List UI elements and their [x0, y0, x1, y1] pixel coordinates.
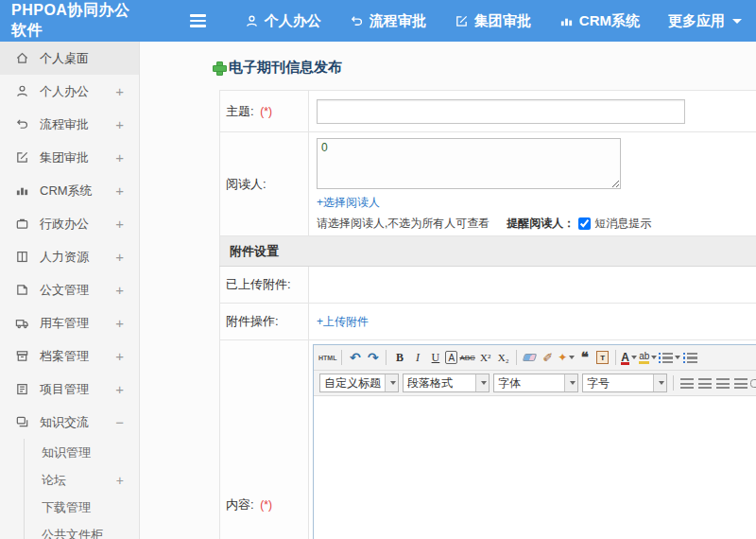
expand-plus-icon[interactable]: +	[115, 315, 124, 331]
superscript-button[interactable]: X²	[477, 348, 493, 367]
sidebar-item-document-management[interactable]: 公文管理 +	[0, 273, 139, 306]
expand-plus-icon[interactable]: +	[115, 282, 124, 298]
sidebar-subitem-download-management[interactable]: 下载管理	[25, 494, 139, 521]
nav-crm-system[interactable]: CRM系统	[559, 12, 640, 30]
font-style-button[interactable]: A	[445, 351, 457, 364]
blockquote-button[interactable]: ❝	[576, 348, 593, 367]
home-icon	[15, 51, 29, 65]
sidebar-item-crm-system[interactable]: CRM系统 +	[0, 174, 139, 207]
collapse-minus-icon[interactable]: −	[115, 414, 124, 430]
strikethrough-button[interactable]: ABC	[459, 348, 475, 367]
subscript-button[interactable]: X₂	[495, 348, 511, 367]
subject-input[interactable]	[317, 99, 685, 124]
sidebar-subitem-knowledge-management[interactable]: 知识管理	[25, 439, 139, 466]
readers-label-cell: 阅读人:	[220, 132, 309, 236]
hamburger-menu-icon[interactable]	[190, 11, 205, 30]
eraser-button[interactable]	[522, 348, 538, 367]
main-content: 电子期刊信息发布 主题: (*) 阅读人: 0 +选择阅读人 请选择阅读人,不选…	[141, 42, 756, 539]
sidebar-item-personal-desktop[interactable]: 个人桌面	[0, 42, 139, 75]
undo-button[interactable]: ↶	[347, 348, 363, 367]
upload-attachment-link[interactable]: +上传附件	[317, 314, 369, 330]
redo-button[interactable]: ↷	[365, 348, 381, 367]
sidebar-item-admin-office[interactable]: 行政办公 +	[0, 207, 139, 240]
paragraph-format-select[interactable]: 段落格式	[403, 374, 490, 392]
bar-chart-icon	[15, 183, 29, 198]
highlight-color-button[interactable]: ab	[639, 348, 657, 367]
user-icon	[15, 84, 29, 98]
nav-label: 集团审批	[474, 12, 531, 30]
sidebar-item-archive-management[interactable]: 档案管理 +	[0, 339, 139, 373]
align-right-button[interactable]	[714, 374, 730, 392]
clipboard-text-icon: T	[596, 351, 609, 364]
attachment-op-label: 附件操作:	[226, 314, 279, 328]
sidebar-subitem-forum[interactable]: 论坛 +	[25, 466, 139, 494]
sms-remind-checkbox[interactable]	[578, 217, 591, 230]
project-board-icon	[15, 382, 29, 396]
unordered-list-button[interactable]	[682, 348, 698, 367]
link-icon	[750, 379, 756, 387]
expand-plus-icon[interactable]: +	[115, 83, 124, 99]
nav-workflow-approval[interactable]: 流程审批	[350, 12, 426, 30]
align-left-button[interactable]	[679, 374, 695, 392]
readers-hint-row: 请选择阅读人,不选为所有人可查看 提醒阅读人： 短消息提示	[317, 216, 756, 232]
bar-chart-icon	[559, 14, 574, 28]
readers-textarea[interactable]: 0	[317, 138, 621, 189]
sidebar-item-group-approval[interactable]: 集团审批 +	[0, 141, 139, 174]
insert-link-button[interactable]	[750, 374, 756, 392]
sidebar-item-label: 项目管理	[40, 381, 89, 398]
expand-plus-icon[interactable]: +	[116, 473, 124, 488]
sidebar-item-label: 个人办公	[40, 83, 89, 100]
sidebar-item-workflow-approval[interactable]: 流程审批 +	[0, 108, 139, 141]
format-brush-button[interactable]: ✐	[540, 348, 556, 367]
align-center-button[interactable]	[696, 374, 713, 392]
auto-format-button[interactable]: ✦	[558, 348, 575, 367]
paste-as-text-button[interactable]: T	[594, 348, 610, 367]
expand-plus-icon[interactable]: +	[115, 149, 124, 165]
editor-toolbar-row-2: 自定义标题 段落格式 字体 字号	[314, 371, 756, 396]
font-family-select[interactable]: 字体	[493, 374, 578, 392]
sidebar-item-label: 知识交流	[40, 414, 89, 431]
align-justify-button[interactable]	[732, 374, 748, 392]
underline-button[interactable]: U	[427, 348, 443, 367]
sidebar-subitem-public-file-cabinet[interactable]: 公共文件柜	[25, 521, 139, 539]
sidebar-subitem-label: 论坛	[42, 472, 66, 489]
content-label: 内容:	[226, 497, 254, 512]
ordered-list-button[interactable]	[659, 348, 680, 367]
expand-plus-icon[interactable]: +	[115, 183, 124, 199]
expand-plus-icon[interactable]: +	[115, 216, 124, 232]
sidebar-item-knowledge-exchange[interactable]: 知识交流 −	[0, 406, 139, 439]
toolbar-separator	[386, 350, 387, 365]
attachment-section-title: 附件设置	[230, 244, 279, 258]
font-color-icon: A	[621, 351, 629, 365]
dropdown-caret-icon	[569, 356, 575, 359]
nav-more-apps[interactable]: 更多应用	[668, 12, 742, 30]
bold-button[interactable]: B	[391, 348, 407, 367]
font-size-select[interactable]: 字号	[582, 374, 667, 392]
expand-plus-icon[interactable]: +	[115, 348, 124, 364]
dropdown-caret-icon	[385, 374, 398, 391]
dropdown-caret-icon	[675, 356, 680, 359]
readers-value-cell: 0 +选择阅读人 请选择阅读人,不选为所有人可查看 提醒阅读人： 短消息提示	[309, 132, 756, 236]
select-label: 自定义标题	[320, 375, 385, 391]
nav-group-approval[interactable]: 集团审批	[455, 12, 531, 30]
editor-content-area[interactable]	[314, 396, 756, 539]
html-source-button[interactable]: HTML	[318, 348, 336, 367]
sidebar-item-label: 流程审批	[40, 116, 89, 133]
sidebar-item-vehicle-management[interactable]: 用车管理 +	[0, 306, 139, 339]
expand-plus-icon[interactable]: +	[115, 381, 124, 397]
sidebar-item-personal-office[interactable]: 个人办公 +	[0, 75, 139, 108]
sidebar-item-human-resources[interactable]: 人力资源 +	[0, 240, 139, 273]
expand-plus-icon[interactable]: +	[115, 249, 124, 265]
required-mark: (*)	[260, 498, 272, 512]
custom-heading-select[interactable]: 自定义标题	[319, 374, 399, 392]
sidebar-item-project-management[interactable]: 项目管理 +	[0, 373, 139, 406]
subject-label-cell: 主题: (*)	[220, 91, 309, 132]
font-color-button[interactable]: A	[621, 348, 637, 367]
sidebar-item-label: 档案管理	[40, 348, 89, 365]
nav-personal-office[interactable]: 个人办公	[245, 12, 321, 30]
italic-button[interactable]: I	[409, 348, 425, 367]
select-readers-link[interactable]: +选择阅读人	[317, 195, 380, 211]
expand-plus-icon[interactable]: +	[115, 116, 124, 132]
align-justify-icon	[734, 378, 747, 389]
edit-square-icon	[15, 150, 29, 165]
